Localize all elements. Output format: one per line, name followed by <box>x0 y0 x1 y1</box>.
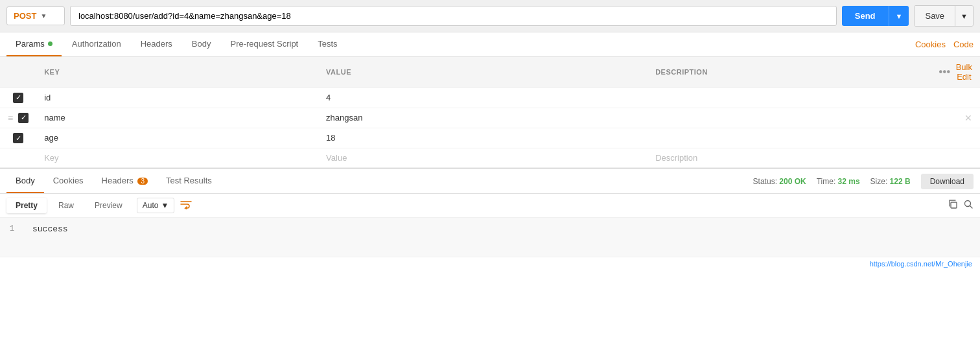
new-row-key-placeholder: Key <box>44 153 58 163</box>
row2-key: name <box>44 113 65 123</box>
request-tabs-bar: Params Authorization Headers Body Pre-re… <box>0 32 980 57</box>
table-row-new: Key Value Description <box>0 148 980 168</box>
row1-key-cell[interactable]: id <box>36 88 318 108</box>
copy-button[interactable] <box>948 199 958 212</box>
row2-delete-button[interactable]: ✕ <box>964 113 972 123</box>
row2-actions-cell: ✕ <box>931 108 980 128</box>
pretty-button[interactable]: Pretty <box>6 198 47 213</box>
send-dropdown-button[interactable]: ▼ <box>889 6 909 26</box>
size-value: 122 B <box>890 177 911 186</box>
table-row: id 4 <box>0 88 980 108</box>
top-bar: POST ▼ Send ▼ Save ▼ <box>0 0 980 32</box>
row3-key-cell[interactable]: age <box>36 128 318 148</box>
tab-tests-label: Tests <box>318 39 337 49</box>
row1-key: id <box>44 93 51 102</box>
response-tab-cookies[interactable]: Cookies <box>44 169 93 193</box>
new-row-checkbox-cell <box>0 148 36 168</box>
params-section: KEY VALUE DESCRIPTION ••• Bulk Edit <box>0 57 980 168</box>
size-label: Size: 122 B <box>870 177 911 186</box>
tab-headers[interactable]: Headers <box>132 32 181 56</box>
url-input[interactable] <box>70 6 837 26</box>
drag-handle-icon[interactable]: ≡ <box>8 113 13 123</box>
new-row-desc-placeholder: Description <box>655 153 697 163</box>
row1-value-cell[interactable]: 4 <box>318 88 648 108</box>
auto-chevron-icon: ▼ <box>161 201 169 210</box>
params-dot-icon <box>48 41 52 46</box>
raw-button[interactable]: Raw <box>49 198 83 213</box>
response-tabs-bar: Body Cookies Headers 3 Test Results Stat… <box>0 169 980 194</box>
table-row: age 18 <box>0 128 980 148</box>
new-row-value-cell[interactable]: Value <box>318 148 648 168</box>
row3-value-cell[interactable]: 18 <box>318 128 648 148</box>
save-button[interactable]: Save <box>915 6 955 26</box>
new-row-key-cell[interactable]: Key <box>36 148 318 168</box>
response-section: Body Cookies Headers 3 Test Results Stat… <box>0 168 980 257</box>
params-table: KEY VALUE DESCRIPTION ••• Bulk Edit <box>0 57 980 168</box>
response-content: success <box>32 224 68 234</box>
row3-desc-cell[interactable] <box>648 128 931 148</box>
row3-key: age <box>44 133 58 143</box>
method-select[interactable]: POST ▼ <box>6 6 65 25</box>
auto-select[interactable]: Auto ▼ <box>137 198 175 213</box>
response-tab-test-results[interactable]: Test Results <box>157 169 221 193</box>
new-row-actions-cell <box>931 148 980 168</box>
col-actions: ••• Bulk Edit <box>931 57 980 88</box>
send-button[interactable]: Send <box>842 6 889 26</box>
download-button[interactable]: Download <box>921 174 974 189</box>
row3-actions-cell <box>931 128 980 148</box>
body-icons <box>948 199 974 212</box>
table-row: ≡ name zhangsan ✕ <box>0 108 980 128</box>
tab-prerequest-label: Pre-request Script <box>230 39 298 49</box>
send-button-group: Send ▼ <box>842 6 909 26</box>
body-toolbar: Pretty Raw Preview Auto ▼ <box>0 194 980 218</box>
response-status-bar: Status: 200 OK Time: 32 ms Size: 122 B D… <box>753 174 974 189</box>
tab-body[interactable]: Body <box>183 32 220 56</box>
response-tab-body-label: Body <box>16 176 35 185</box>
row2-key-cell[interactable]: name <box>36 108 318 128</box>
row1-checkbox[interactable] <box>13 93 23 103</box>
line-number: 1 <box>10 224 14 233</box>
row1-checkbox-cell <box>0 88 36 108</box>
response-tab-cookies-label: Cookies <box>53 176 84 185</box>
tab-authorization-label: Authorization <box>72 39 121 49</box>
preview-button[interactable]: Preview <box>86 198 132 213</box>
row1-desc-cell[interactable] <box>648 88 931 108</box>
wrap-button[interactable] <box>180 199 192 213</box>
tab-params[interactable]: Params <box>6 32 62 56</box>
row2-value-cell[interactable]: zhangsan <box>318 108 648 128</box>
top-right-links: Cookies Code <box>915 40 974 49</box>
time-value: 32 ms <box>838 177 860 186</box>
method-label: POST <box>14 11 36 21</box>
save-dropdown-button[interactable]: ▼ <box>955 6 973 26</box>
tab-prerequest[interactable]: Pre-request Script <box>221 32 307 56</box>
code-link[interactable]: Code <box>953 40 974 49</box>
row1-actions-cell <box>931 88 980 108</box>
method-chevron-icon: ▼ <box>40 12 47 19</box>
response-tab-headers[interactable]: Headers 3 <box>93 169 157 193</box>
bulk-edit-button[interactable]: Bulk Edit <box>956 62 972 82</box>
row2-checkbox[interactable] <box>18 113 29 123</box>
response-tab-test-results-label: Test Results <box>166 176 212 185</box>
tab-headers-label: Headers <box>141 39 172 49</box>
tab-tests[interactable]: Tests <box>309 32 346 56</box>
cookies-link[interactable]: Cookies <box>915 40 946 49</box>
params-table-header-row: KEY VALUE DESCRIPTION ••• Bulk Edit <box>0 57 980 88</box>
footer-link[interactable]: https://blog.csdn.net/Mr_Ohenjie <box>870 260 972 268</box>
auto-label: Auto <box>143 201 159 210</box>
more-options-icon[interactable]: ••• <box>939 66 950 78</box>
row3-value: 18 <box>326 133 335 143</box>
row1-value: 4 <box>326 93 331 102</box>
row2-checkbox-cell: ≡ <box>0 108 36 128</box>
row3-checkbox[interactable] <box>13 133 23 143</box>
tab-body-label: Body <box>192 39 211 49</box>
status-label: Status: 200 OK <box>753 177 806 186</box>
response-tab-body[interactable]: Body <box>6 169 44 193</box>
row2-desc-cell[interactable] <box>648 108 931 128</box>
svg-rect-0 <box>951 202 957 208</box>
search-button[interactable] <box>963 199 974 212</box>
new-row-desc-cell[interactable]: Description <box>648 148 931 168</box>
tab-authorization[interactable]: Authorization <box>63 32 130 56</box>
status-value: 200 OK <box>779 177 806 186</box>
row3-checkbox-cell <box>0 128 36 148</box>
time-label: Time: 32 ms <box>817 177 860 186</box>
